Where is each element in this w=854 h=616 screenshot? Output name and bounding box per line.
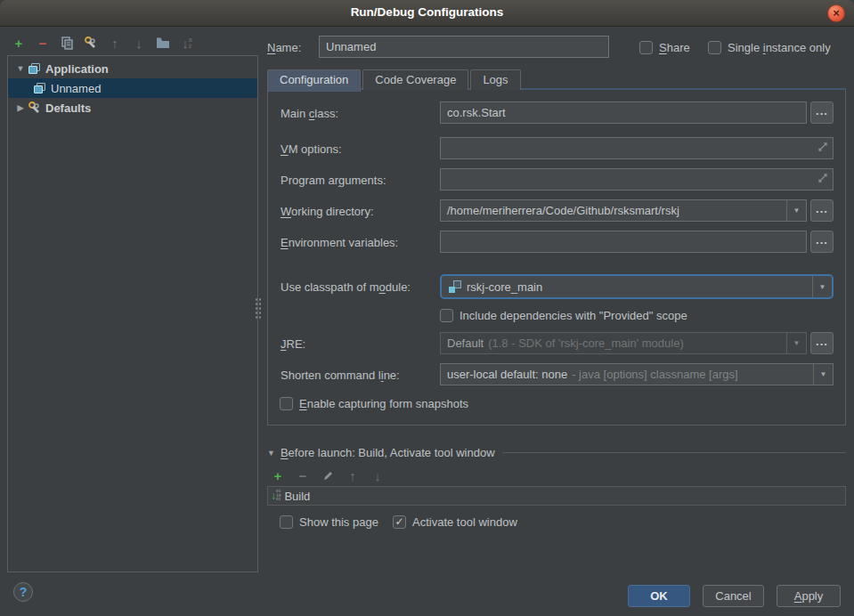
show-this-page-checkbox[interactable]: Show this page [280,515,378,529]
program-arguments-field[interactable] [440,168,834,190]
defaults-wrench-icon [28,101,42,115]
working-directory-combo[interactable]: /home/meriherrera/Code/Github/rsksmart/r… [440,199,807,222]
include-provided-scope-checkbox[interactable]: Include dependencies with "Provided" sco… [440,308,687,322]
name-label: Name: [267,41,301,55]
application-type-icon [33,81,47,95]
tree-item-label: Application [45,62,109,76]
expand-field-icon[interactable] [817,142,828,155]
main-class-label: Main class: [281,107,338,121]
vm-options-field[interactable] [440,137,834,159]
cancel-button[interactable]: Cancel [703,585,764,607]
dropdown-arrow-icon[interactable]: ▼ [813,364,833,385]
tab-bar: Configuration Code Coverage Logs [267,69,521,90]
tab-configuration[interactable]: Configuration [267,69,361,92]
tree-item-application[interactable]: ▼ Application [8,59,257,78]
chevron-right-icon[interactable]: ▶ [15,103,26,112]
copy-configuration-button[interactable] [59,35,75,51]
enable-capturing-checkbox[interactable]: Enable capturing form snapshots [280,396,468,410]
checkbox-box[interactable] [280,397,293,410]
dropdown-arrow-icon[interactable]: ▼ [812,276,832,297]
edit-task-button[interactable] [320,467,336,483]
tree-item-label: Defaults [45,101,91,115]
checkbox-box[interactable] [708,41,721,54]
pencil-icon [322,470,334,482]
chevron-down-icon[interactable]: ▼ [15,64,26,73]
cancel-label: Cancel [715,589,751,603]
before-launch-section-header[interactable]: ▼ Before launch: Build, Activate tool wi… [267,446,846,459]
add-configuration-button[interactable]: + [11,35,27,51]
working-directory-value: /home/meriherrera/Code/Github/rsksmart/r… [447,204,679,217]
window-title: Run/Debug Configurations [0,5,854,19]
sort-configurations-button[interactable]: ↓ az [179,35,195,51]
minus-icon: − [39,36,47,51]
folder-icon [156,36,170,49]
panel-splitter-handle[interactable] [255,297,262,320]
ellipsis-icon: ... [816,233,828,247]
jre-label: JRE: [281,337,305,352]
activate-tool-window-checkbox[interactable]: Activate tool window [393,515,517,529]
main-class-browse-button[interactable]: ... [810,101,834,124]
shorten-command-line-combo[interactable]: user-local default: none - java [options… [440,363,834,385]
remove-task-button[interactable]: − [295,467,311,483]
help-button[interactable]: ? [13,582,33,602]
ok-button[interactable]: OK [628,585,690,607]
working-directory-browse-button[interactable]: ... [810,199,834,222]
arrow-down-icon: ↓ [135,36,142,51]
tab-code-coverage[interactable]: Code Coverage [362,69,468,90]
apply-button[interactable]: Apply [777,585,841,607]
use-classpath-combo[interactable]: rskj-core_main ▼ [440,274,834,299]
ellipsis-icon: ... [816,104,828,118]
wrench-icon [84,36,98,50]
plus-icon: + [15,36,23,51]
working-directory-label: Working directory: [281,205,374,219]
arrow-up-icon: ↑ [111,36,118,51]
environment-variables-browse-button[interactable]: ... [810,231,834,253]
jre-combo[interactable]: Default (1.8 - SDK of 'rskj-core_main' m… [440,332,807,354]
use-classpath-label: Use classpath of module: [281,280,411,295]
environment-variables-field[interactable] [440,231,807,253]
dropdown-arrow-icon[interactable]: ▼ [786,333,806,353]
checkbox-box[interactable] [440,309,453,322]
ellipsis-icon: ... [816,202,828,215]
move-task-down-button[interactable]: ↓ [370,467,386,483]
shorten-value: user-local default: none [447,368,567,381]
add-task-button[interactable]: + [270,467,286,483]
task-label[interactable]: Build [284,490,310,503]
checkbox-box[interactable] [639,41,653,54]
name-input[interactable] [319,36,609,58]
share-checkbox[interactable]: Share [639,40,690,54]
move-up-button[interactable]: ↑ [107,35,123,51]
minus-icon: − [299,468,307,483]
jre-browse-button[interactable]: ... [810,332,834,354]
move-task-up-button[interactable]: ↑ [345,467,361,483]
create-folder-button[interactable] [155,35,171,51]
program-arguments-label: Program arguments: [281,174,386,188]
move-down-button[interactable]: ↓ [131,35,147,51]
checkbox-label: Include dependencies with "Provided" sco… [460,309,687,322]
remove-configuration-button[interactable]: − [35,35,51,51]
single-instance-checkbox[interactable]: Single instance only [708,40,831,54]
environment-variables-label: Environment variables: [281,236,398,250]
before-launch-title: Before launch: Build, Activate tool wind… [281,446,495,459]
close-icon: × [833,6,840,20]
main-class-field[interactable]: co.rsk.Start [440,101,807,124]
jre-value-detail: (1.8 - SDK of 'rskj-core_main' module) [488,336,684,350]
tab-logs[interactable]: Logs [470,69,520,90]
copy-icon [61,36,74,50]
checkbox-box-checked[interactable] [393,515,406,529]
edit-defaults-button[interactable] [83,35,99,51]
chevron-down-icon[interactable]: ▼ [267,449,275,458]
ellipsis-icon: ... [816,335,828,348]
dropdown-arrow-icon[interactable]: ▼ [786,200,806,221]
vm-options-label: VM options: [281,142,342,157]
expand-field-icon[interactable] [817,173,828,186]
jre-value: Default [447,336,484,350]
tree-item-defaults[interactable]: ▶ Defaults [8,98,257,118]
shorten-value-detail: - java [options] classname [args] [572,368,737,381]
checkbox-box[interactable] [280,515,293,529]
arrow-down-icon: ↓ [374,468,381,483]
checkbox-label: Single instance only [728,41,831,54]
main-class-value: co.rsk.Start [447,106,506,119]
close-button[interactable]: × [827,4,845,22]
tree-item-unnamed[interactable]: Unnamed [8,78,257,98]
